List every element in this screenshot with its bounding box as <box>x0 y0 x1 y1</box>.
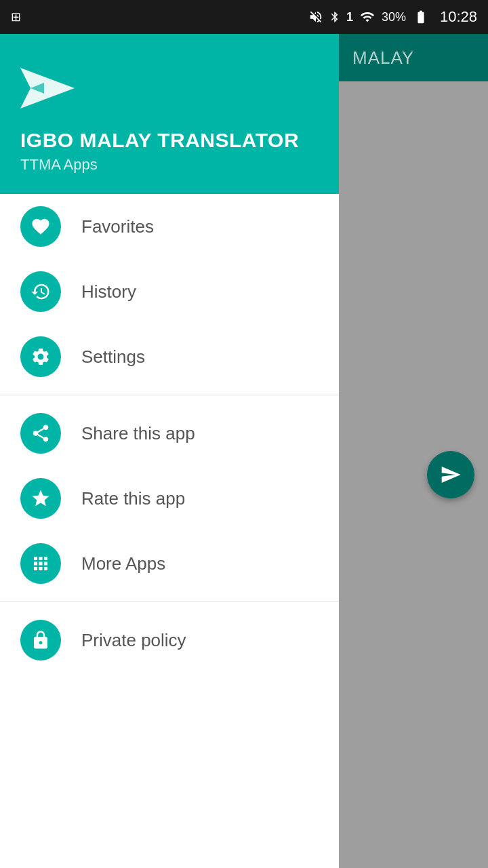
fab-send-icon <box>440 464 462 486</box>
app-logo <box>20 61 75 115</box>
main-screen: IGBO MALAY TRANSLATOR TTMA Apps Favorite… <box>0 34 488 868</box>
rate-label: Rate this app <box>81 488 185 509</box>
right-panel-body <box>339 81 488 868</box>
mute-icon <box>308 9 323 24</box>
history-icon-circle <box>20 271 61 312</box>
more-apps-icon-circle <box>20 543 61 584</box>
right-panel-header-text: MALAY <box>352 47 414 68</box>
status-time: 10:28 <box>440 8 477 26</box>
battery-label: 30% <box>382 10 406 24</box>
app-author: TTMA Apps <box>20 156 319 174</box>
app-name: IGBO MALAY TRANSLATOR <box>20 129 319 152</box>
rate-icon-circle <box>20 478 61 519</box>
favorites-icon-circle <box>20 206 61 247</box>
sim-icon: 1 <box>346 10 353 24</box>
share-label: Share this app <box>81 423 195 444</box>
drawer-header: IGBO MALAY TRANSLATOR TTMA Apps <box>0 34 339 194</box>
share-icon-circle <box>20 413 61 454</box>
clock-icon <box>30 281 51 302</box>
more-apps-label: More Apps <box>81 553 165 574</box>
privacy-icon-circle <box>20 620 61 660</box>
menu-item-settings[interactable]: Settings <box>0 324 339 389</box>
status-icons: 1 30% 10:28 <box>308 8 477 26</box>
right-panel-header: MALAY <box>339 34 488 81</box>
lock-icon <box>30 630 51 650</box>
signal-icon <box>359 9 376 24</box>
share-icon <box>30 423 51 443</box>
divider-1 <box>0 395 339 395</box>
menu-item-privacy[interactable]: Private policy <box>0 608 339 673</box>
privacy-label: Private policy <box>81 630 186 651</box>
settings-label: Settings <box>81 347 145 368</box>
favorites-label: Favorites <box>81 216 154 237</box>
bluetooth-icon <box>329 9 341 24</box>
screen-icon: ⊞ <box>11 9 21 24</box>
fab-send-button[interactable] <box>427 451 474 498</box>
right-panel: MALAY <box>339 34 488 868</box>
settings-icon-circle <box>20 336 61 377</box>
menu-item-history[interactable]: History <box>0 259 339 324</box>
battery-icon <box>411 9 430 24</box>
navigation-drawer: IGBO MALAY TRANSLATOR TTMA Apps Favorite… <box>0 34 339 868</box>
menu-item-share[interactable]: Share this app <box>0 401 339 466</box>
star-icon <box>30 488 51 509</box>
heart-icon <box>30 216 51 237</box>
status-bar: ⊞ 1 30% 10:28 <box>0 0 488 34</box>
divider-2 <box>0 601 339 602</box>
grid-icon <box>30 553 51 574</box>
gear-icon <box>30 347 51 367</box>
svg-marker-0 <box>20 68 75 108</box>
history-label: History <box>81 281 136 302</box>
menu-section-primary: Favorites History <box>0 194 339 868</box>
menu-item-favorites[interactable]: Favorites <box>0 194 339 259</box>
menu-item-more-apps[interactable]: More Apps <box>0 531 339 596</box>
menu-item-rate[interactable]: Rate this app <box>0 466 339 531</box>
